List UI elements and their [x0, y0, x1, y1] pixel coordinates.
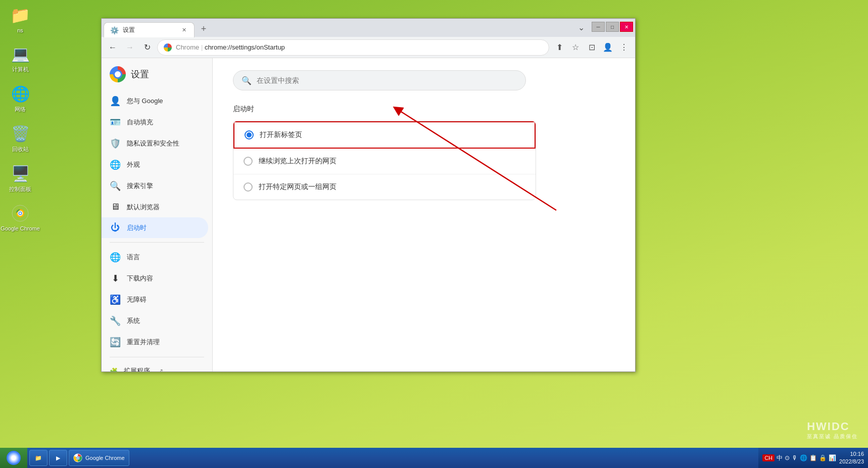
chrome-logo	[110, 66, 126, 82]
controlpanel-label: 控制面板	[9, 185, 31, 193]
chrome-desk-label: Google Chrome	[1, 225, 40, 231]
sidebar-item-system[interactable]: 🔧 系统	[102, 310, 208, 332]
back-button[interactable]: ←	[106, 40, 120, 55]
appearance-icon: 🌐	[110, 159, 121, 170]
minimize-button[interactable]: ─	[592, 22, 605, 32]
settings-tab[interactable]: ⚙️ 设置 ✕	[104, 22, 195, 37]
clock-time: 10:16	[839, 450, 864, 458]
computer-icon: 💻	[10, 43, 30, 64]
files-taskbar-icon: 📁	[34, 453, 43, 462]
sidebar-header: 设置	[102, 66, 212, 90]
ime-indicator[interactable]: CH	[762, 454, 775, 461]
media-taskbar-icon: ▶	[54, 453, 63, 462]
taskbar-item-files[interactable]: 📁	[29, 450, 47, 466]
sidebar-item-language-label: 语言	[127, 253, 140, 262]
sidebar-item-extensions[interactable]: 🧩 扩展程序 ↗	[102, 361, 208, 371]
taskbar-tray: CH 中 ⊙ 🎙 🌐 📋 🔒 📊 10:16 2022/8/23	[758, 448, 868, 468]
downloads-icon: ⬇	[110, 273, 121, 284]
computer-label: 计算机	[12, 66, 29, 73]
tab-overflow-button[interactable]: ⌄	[578, 23, 585, 32]
tray-icon-4: 🌐	[800, 454, 807, 461]
shield-icon: 🛡️	[110, 138, 121, 149]
desktop-icon-recycle[interactable]: 🗑️ 回收站	[10, 123, 30, 153]
person-icon: 👤	[110, 96, 121, 107]
sidebar-item-extensions-label: 扩展程序	[124, 366, 150, 371]
settings-sidebar: 设置 👤 您与 Google 🪪 自动填充 🛡️ 隐私设置和安全性 🌐 外观 🔍	[102, 58, 213, 371]
chrome-taskbar-label: Google Chrome	[85, 455, 125, 461]
sidebar-divider-2	[110, 357, 204, 357]
radio-newtab	[245, 130, 254, 139]
nav-bar: ← → ↻ Chrome | chrome://settings/onStart…	[102, 37, 635, 58]
desktop-icon-ns[interactable]: 📁 ns	[10, 5, 30, 33]
ns-label: ns	[17, 27, 23, 33]
option-newtab-label: 打开新标签页	[260, 130, 302, 139]
taskbar-item-media[interactable]: ▶	[49, 450, 67, 466]
startup-icon: ⏻	[110, 222, 121, 233]
recycle-label: 回收站	[12, 146, 29, 153]
main-content: 🔍 启动时 打开新标签页 继续浏览上次打开的网页	[213, 58, 635, 371]
sidebar-item-accessibility[interactable]: ♿ 无障碍	[102, 289, 208, 310]
option-newtab[interactable]: 打开新标签页	[233, 121, 536, 149]
sidebar-divider-1	[110, 242, 204, 243]
start-button[interactable]	[0, 448, 27, 468]
split-screen-button[interactable]: ⊡	[585, 40, 599, 55]
menu-button[interactable]: ⋮	[617, 40, 631, 55]
sidebar-item-startup[interactable]: ⏻ 启动时	[102, 217, 208, 238]
sidebar-item-autofill[interactable]: 🪪 自动填充	[102, 112, 208, 133]
desktop-icon-computer[interactable]: 💻 计算机	[10, 43, 30, 73]
bookmark-button[interactable]: ☆	[568, 40, 583, 55]
tray-icon-6: 🔒	[819, 454, 827, 461]
hwidc-text: HWIDC	[807, 420, 858, 433]
option-continue-label: 继续浏览上次打开的网页	[259, 157, 336, 166]
settings-title: 设置	[131, 68, 149, 80]
sidebar-item-downloads[interactable]: ⬇ 下载内容	[102, 268, 208, 289]
system-clock[interactable]: 10:16 2022/8/23	[839, 450, 864, 466]
sidebar-item-google-label: 您与 Google	[127, 97, 163, 106]
settings-tab-label: 设置	[123, 26, 135, 34]
bookmark-this-page-button[interactable]: ⬆	[552, 40, 566, 55]
sidebar-item-reset[interactable]: 🔄 重置并清理	[102, 332, 208, 353]
external-link-icon: ↗	[158, 367, 163, 371]
sidebar-item-google[interactable]: 👤 您与 Google	[102, 90, 208, 112]
taskbar-items: 📁 ▶ Google Chrome	[27, 450, 758, 466]
maximize-button[interactable]: □	[606, 22, 619, 32]
option-continue[interactable]: 继续浏览上次打开的网页	[233, 149, 536, 174]
chrome-desk-icon	[10, 203, 30, 223]
sidebar-item-startup-label: 启动时	[127, 223, 147, 232]
sidebar-item-default-label: 默认浏览器	[127, 203, 160, 212]
sidebar-item-language[interactable]: 🌐 语言	[102, 247, 208, 268]
content-area: 设置 👤 您与 Google 🪪 自动填充 🛡️ 隐私设置和安全性 🌐 外观 🔍	[102, 58, 635, 371]
sidebar-item-default[interactable]: 🖥 默认浏览器	[102, 197, 208, 217]
option-specific[interactable]: 打开特定网页或一组网页	[233, 174, 536, 200]
profile-button[interactable]: 👤	[601, 40, 615, 55]
desktop-icon-network[interactable]: 🌐 网络	[10, 83, 30, 113]
search-box[interactable]: 🔍	[233, 70, 526, 90]
taskbar-item-chrome[interactable]: Google Chrome	[69, 450, 129, 466]
sidebar-item-search[interactable]: 🔍 搜索引擎	[102, 175, 208, 197]
tray-icon-3: 🎙	[792, 454, 798, 461]
search-nav-icon: 🔍	[110, 180, 121, 192]
sidebar-item-accessibility-label: 无障碍	[127, 295, 147, 304]
sidebar-item-appearance[interactable]: 🌐 外观	[102, 154, 208, 175]
sidebar-item-privacy-label: 隐私设置和安全性	[127, 139, 179, 148]
address-bar[interactable]: Chrome | chrome://settings/onStartup	[157, 39, 549, 56]
language-icon: 🌐	[110, 252, 121, 263]
tab-close-button[interactable]: ✕	[180, 26, 188, 34]
search-input[interactable]	[257, 76, 517, 84]
desktop-icon-chrome[interactable]: Google Chrome	[1, 203, 40, 231]
sidebar-item-privacy[interactable]: 🛡️ 隐私设置和安全性	[102, 133, 208, 154]
tray-icon-7: 📊	[829, 454, 836, 461]
desktop-icon-controlpanel[interactable]: 🖥️ 控制面板	[9, 163, 31, 193]
window-controls: ─ □ ✕	[592, 22, 633, 32]
new-tab-button[interactable]: +	[197, 22, 211, 36]
close-button[interactable]: ✕	[620, 22, 633, 32]
taskbar: 📁 ▶ Google Chrome CH	[0, 448, 868, 468]
reload-button[interactable]: ↻	[140, 40, 154, 55]
startup-options-box: 打开新标签页 继续浏览上次打开的网页 打开特定网页或一组网页	[233, 121, 536, 200]
search-box-wrap: 🔍	[233, 70, 615, 90]
forward-button[interactable]: →	[123, 40, 137, 55]
controlpanel-icon: 🖥️	[10, 163, 30, 183]
tray-icon-2: ⊙	[785, 454, 790, 461]
chrome-taskbar-icon	[73, 453, 82, 462]
sidebar-item-downloads-label: 下载内容	[127, 274, 153, 283]
